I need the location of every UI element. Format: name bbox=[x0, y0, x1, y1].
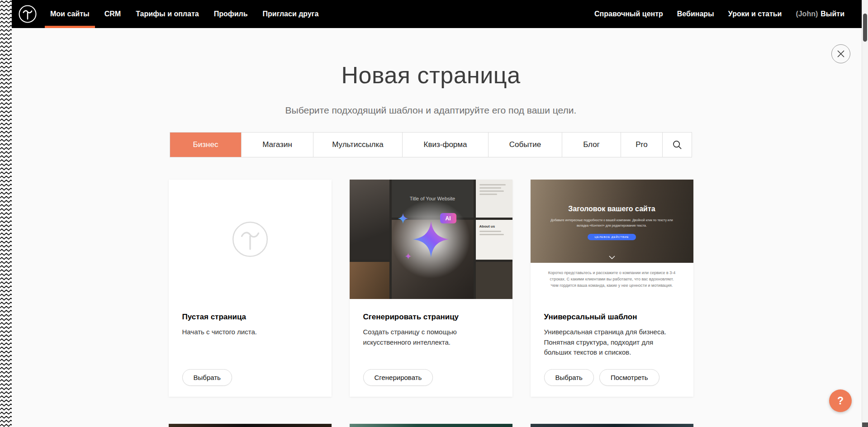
card-title: Пустая страница bbox=[182, 313, 318, 322]
tab-pro[interactable]: Pro bbox=[621, 133, 663, 157]
logout-label: Выйти bbox=[821, 10, 844, 18]
template-card-partial[interactable] bbox=[350, 424, 512, 427]
ai-sparkle-small-icon bbox=[405, 253, 412, 260]
nav-user-logout[interactable]: (John)Выйти bbox=[796, 0, 844, 28]
template-body-strip: Коротко представьтесь и расскажите о ком… bbox=[531, 263, 693, 299]
nav-profile[interactable]: Профиль bbox=[214, 0, 248, 28]
card-ai-generate[interactable]: Title of Your Website About us bbox=[350, 180, 512, 397]
template-body-text: Коротко представьтесь и расскажите о ком… bbox=[546, 270, 678, 289]
category-tabs: Бизнес Магазин Мультиссылка Квиз-форма С… bbox=[170, 132, 692, 157]
card-description: Универсальная страница для бизнеса. Поня… bbox=[544, 327, 680, 358]
template-card-partial[interactable] bbox=[531, 424, 693, 427]
template-cards-row-partial bbox=[169, 424, 693, 427]
scrollbar-corner bbox=[862, 422, 868, 427]
main-navigation: Мои сайты CRM Тарифы и оплата Профиль Пр… bbox=[50, 0, 318, 28]
nav-help-center[interactable]: Справочный центр bbox=[594, 0, 663, 28]
card-description: Создать страницу с помощью искусственног… bbox=[363, 327, 499, 347]
card-title: Сгенерировать страницу bbox=[363, 313, 499, 322]
nav-crm[interactable]: CRM bbox=[104, 0, 121, 28]
card-actions: Выбрать bbox=[182, 369, 318, 386]
help-button[interactable]: ? bbox=[829, 389, 852, 412]
tilda-logo-icon[interactable] bbox=[18, 5, 37, 24]
close-icon bbox=[837, 50, 845, 58]
tab-search[interactable] bbox=[663, 133, 692, 157]
tab-quiz-form[interactable]: Квиз-форма bbox=[403, 133, 489, 157]
card-body: Пустая страница Начать с чистого листа. … bbox=[169, 299, 332, 397]
generate-button[interactable]: Сгенерировать bbox=[363, 369, 433, 386]
card-body: Универсальный шаблон Универсальная стран… bbox=[531, 299, 693, 397]
template-cards-row: Пустая страница Начать с чистого листа. … bbox=[169, 180, 693, 397]
ai-sparkle-icon bbox=[412, 220, 450, 258]
zigzag-border bbox=[0, 0, 12, 427]
ai-preview-collage: Title of Your Website About us bbox=[350, 180, 512, 299]
page-subtitle: Выберите подходящий шаблон и адаптируйте… bbox=[0, 105, 862, 116]
tilda-watermark-icon bbox=[231, 220, 269, 258]
tab-event[interactable]: Событие bbox=[489, 133, 562, 157]
card-actions: Сгенерировать bbox=[363, 369, 499, 386]
close-button[interactable] bbox=[831, 44, 850, 63]
ai-sparkle-small-icon bbox=[398, 213, 408, 224]
nav-tariffs[interactable]: Тарифы и оплата bbox=[136, 0, 199, 28]
ai-sparkle-overlay: AI bbox=[350, 180, 512, 299]
nav-lessons[interactable]: Уроки и статьи bbox=[728, 0, 782, 28]
blank-preview bbox=[169, 180, 332, 299]
view-template-button[interactable]: Посмотреть bbox=[599, 369, 659, 386]
search-icon bbox=[673, 140, 682, 150]
page-title: Новая страница bbox=[0, 62, 862, 89]
nav-webinars[interactable]: Вебинары bbox=[677, 0, 714, 28]
new-page-dialog: Новая страница Выберите подходящий шабло… bbox=[0, 28, 862, 427]
tab-business[interactable]: Бизнес bbox=[170, 133, 242, 157]
select-blank-button[interactable]: Выбрать bbox=[182, 369, 232, 386]
nav-my-sites[interactable]: Мои сайты bbox=[50, 0, 90, 28]
nav-invite-friend[interactable]: Пригласи друга bbox=[263, 0, 319, 28]
chevron-down-icon bbox=[609, 256, 615, 259]
template-preview: Заголовок вашего сайта Добавьте интересн… bbox=[531, 180, 693, 299]
tab-blog[interactable]: Блог bbox=[562, 133, 621, 157]
secondary-navigation: Справочный центр Вебинары Уроки и статьи… bbox=[594, 0, 844, 28]
ai-badge: AI bbox=[440, 213, 456, 223]
tab-multilink[interactable]: Мультиссылка bbox=[313, 133, 403, 157]
card-actions: Выбрать Посмотреть bbox=[544, 369, 680, 386]
card-universal-template[interactable]: Заголовок вашего сайта Добавьте интересн… bbox=[531, 180, 693, 397]
card-body: Сгенерировать страницу Создать страницу … bbox=[350, 299, 512, 397]
card-title: Универсальный шаблон bbox=[544, 313, 680, 322]
tab-shop[interactable]: Магазин bbox=[242, 133, 313, 157]
template-cta-button: Целевое действие bbox=[588, 234, 636, 240]
scrollbar[interactable] bbox=[862, 0, 868, 427]
template-cover-photo: Заголовок вашего сайта Добавьте интересн… bbox=[531, 180, 693, 263]
template-card-partial[interactable] bbox=[169, 424, 332, 427]
card-blank-page[interactable]: Пустая страница Начать с чистого листа. … bbox=[169, 180, 332, 397]
template-heading: Заголовок вашего сайта bbox=[531, 205, 693, 213]
top-navbar: Мои сайты CRM Тарифы и оплата Профиль Пр… bbox=[0, 0, 862, 28]
user-name: (John) bbox=[796, 10, 818, 18]
card-description: Начать с чистого листа. bbox=[182, 327, 318, 337]
scrollbar-thumb[interactable] bbox=[863, 14, 867, 42]
select-template-button[interactable]: Выбрать bbox=[544, 369, 594, 386]
template-subtext: Добавьте интересные подробности о вашей … bbox=[550, 218, 674, 228]
